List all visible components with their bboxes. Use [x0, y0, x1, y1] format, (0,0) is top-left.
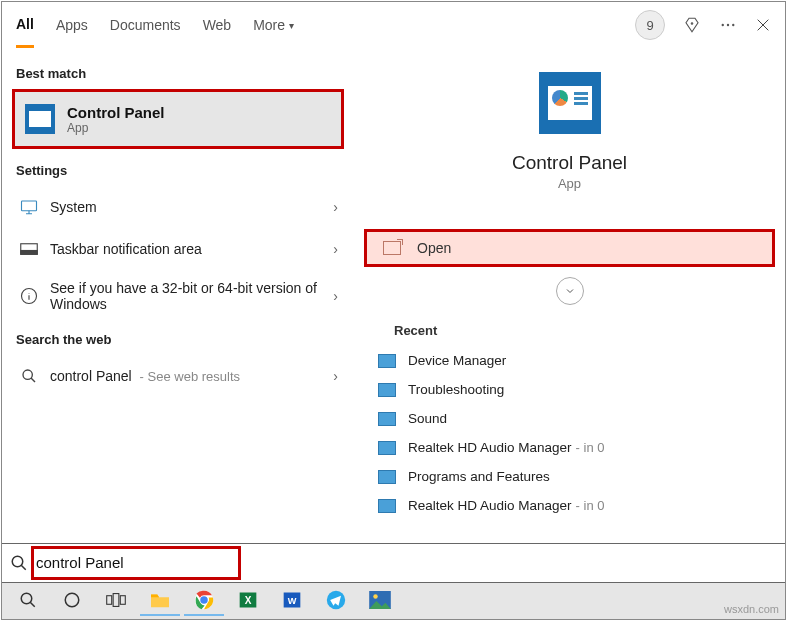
search-input[interactable] — [36, 554, 236, 571]
search-icon — [10, 554, 28, 572]
detail-pane: Control Panel App Open Recent Device Man… — [354, 48, 785, 619]
cpl-icon — [378, 383, 396, 397]
svg-point-0 — [691, 23, 693, 25]
monitor-icon — [18, 196, 40, 218]
info-icon — [18, 285, 40, 307]
taskbar-search-button[interactable] — [8, 586, 48, 616]
cpl-icon — [378, 470, 396, 484]
web-result-sub: - See web results — [140, 369, 240, 384]
best-match-label: Best match — [16, 66, 344, 81]
svg-point-24 — [373, 594, 378, 599]
taskview-icon — [106, 592, 126, 608]
recent-text: Realtek HD Audio Manager — [408, 440, 572, 455]
svg-rect-12 — [107, 596, 112, 605]
svg-rect-14 — [120, 596, 125, 605]
folder-icon — [149, 591, 171, 609]
taskbar-taskview-button[interactable] — [96, 586, 136, 616]
search-box[interactable] — [2, 543, 785, 583]
recent-sub: - in 0 — [576, 440, 605, 455]
top-bar-right: 9 — [635, 10, 771, 40]
filter-tabs: All Apps Documents Web More ▾ — [16, 2, 294, 48]
recent-item[interactable]: Device Manager — [364, 346, 775, 375]
tab-apps[interactable]: Apps — [56, 2, 88, 48]
chevron-down-icon: ▾ — [289, 20, 294, 31]
settings-item-bit[interactable]: See if you have a 32-bit or 64-bit versi… — [12, 270, 344, 322]
recent-item[interactable]: Realtek HD Audio Manager - in 0 — [364, 491, 775, 520]
recent-text: Programs and Features — [408, 469, 550, 484]
taskbar-word-button[interactable]: W — [272, 586, 312, 616]
svg-rect-4 — [22, 201, 37, 211]
word-icon: W — [282, 590, 302, 610]
recent-item[interactable]: Troubleshooting — [364, 375, 775, 404]
settings-item-label: See if you have a 32-bit or 64-bit versi… — [50, 280, 333, 312]
svg-text:X: X — [245, 595, 252, 606]
taskbar-icon — [18, 238, 40, 260]
search-window: All Apps Documents Web More ▾ 9 Best ma — [1, 1, 786, 620]
tab-web[interactable]: Web — [203, 2, 232, 48]
best-match-title: Control Panel — [67, 104, 165, 121]
cpl-icon — [378, 354, 396, 368]
svg-point-1 — [722, 24, 724, 26]
excel-icon: X — [238, 590, 258, 610]
recent-text: Realtek HD Audio Manager — [408, 498, 572, 513]
search-value-highlight — [36, 554, 236, 572]
web-result-text: control Panel - See web results — [50, 368, 333, 384]
chevron-right-icon: › — [333, 368, 338, 384]
search-icon — [19, 591, 37, 609]
taskbar-excel-button[interactable]: X — [228, 586, 268, 616]
detail-title: Control Panel — [364, 152, 775, 174]
tab-all[interactable]: All — [16, 2, 34, 48]
close-icon[interactable] — [755, 17, 771, 33]
cpl-icon — [378, 412, 396, 426]
photos-icon — [369, 591, 391, 609]
web-result-item[interactable]: control Panel - See web results › — [12, 355, 344, 397]
recent-item[interactable]: Programs and Features — [364, 462, 775, 491]
taskbar-cortana-button[interactable] — [52, 586, 92, 616]
tab-more-label: More — [253, 17, 285, 33]
cpl-icon — [378, 441, 396, 455]
chrome-icon — [194, 590, 214, 610]
cpl-icon — [378, 499, 396, 513]
svg-rect-13 — [113, 594, 119, 607]
web-label: Search the web — [16, 332, 344, 347]
expand-button[interactable] — [556, 277, 584, 305]
taskbar-telegram-button[interactable] — [316, 586, 356, 616]
tab-documents[interactable]: Documents — [110, 2, 181, 48]
tab-more[interactable]: More ▾ — [253, 2, 294, 48]
avatar[interactable]: 9 — [635, 10, 665, 40]
settings-item-label: System — [50, 199, 333, 215]
detail-sub: App — [364, 176, 775, 191]
recent-sub: - in 0 — [576, 498, 605, 513]
recent-text: Device Manager — [408, 353, 506, 368]
control-panel-large-icon — [539, 72, 601, 134]
feedback-icon[interactable] — [683, 16, 701, 34]
svg-text:W: W — [288, 596, 297, 606]
recent-text: Troubleshooting — [408, 382, 504, 397]
svg-point-2 — [727, 24, 729, 26]
svg-point-9 — [12, 556, 23, 567]
svg-point-3 — [732, 24, 734, 26]
watermark: wsxdn.com — [724, 603, 779, 615]
taskbar-explorer-button[interactable] — [140, 586, 180, 616]
taskbar-chrome-button[interactable] — [184, 586, 224, 616]
best-match-item[interactable]: Control Panel App — [12, 89, 344, 149]
svg-point-8 — [23, 370, 32, 379]
taskbar-photos-button[interactable] — [360, 586, 400, 616]
control-panel-icon — [25, 104, 55, 134]
recent-item[interactable]: Sound — [364, 404, 775, 433]
settings-item-taskbar[interactable]: Taskbar notification area › — [12, 228, 344, 270]
more-icon[interactable] — [719, 16, 737, 34]
settings-item-system[interactable]: System › — [12, 186, 344, 228]
recent-item[interactable]: Realtek HD Audio Manager - in 0 — [364, 433, 775, 462]
open-icon — [383, 241, 401, 255]
settings-item-label: Taskbar notification area — [50, 241, 333, 257]
open-button[interactable]: Open — [364, 229, 775, 267]
chevron-right-icon: › — [333, 288, 338, 304]
results-pane: Best match Control Panel App Settings Sy… — [2, 48, 354, 619]
chevron-right-icon: › — [333, 199, 338, 215]
settings-label: Settings — [16, 163, 344, 178]
search-area — [2, 543, 785, 583]
circle-icon — [63, 591, 81, 609]
telegram-icon — [326, 590, 346, 610]
recent-text: Sound — [408, 411, 447, 426]
